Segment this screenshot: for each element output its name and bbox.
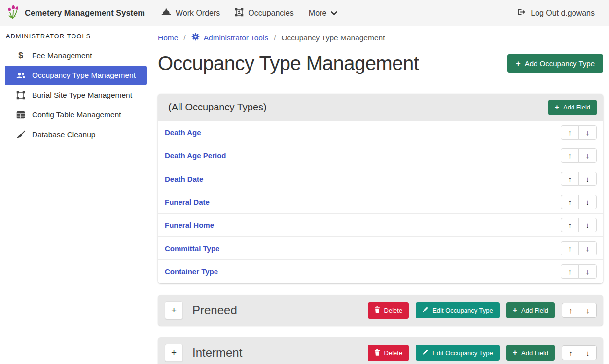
reorder-controls: ↑ ↓ [561, 125, 597, 140]
move-up-button[interactable]: ↑ [561, 125, 579, 140]
move-up-button[interactable]: ↑ [562, 345, 579, 360]
field-row: Funeral Home ↑ ↓ [158, 214, 603, 237]
trash-icon [374, 349, 380, 357]
move-down-button[interactable]: ↓ [578, 241, 597, 255]
all-occupancy-types-title: (All Occupancy Types) [168, 102, 267, 113]
reorder-controls: ↑ ↓ [561, 195, 597, 209]
add-occupancy-type-button[interactable]: + Add Occupancy Type [507, 54, 603, 73]
gear-icon [191, 33, 200, 43]
nav-occupancies[interactable]: Occupancies [227, 3, 301, 23]
plus-icon: + [555, 104, 559, 111]
field-link-funeral-date[interactable]: Funeral Date [165, 198, 210, 206]
field-row: Death Date ↑ ↓ [158, 167, 603, 190]
move-up-button[interactable]: ↑ [561, 195, 579, 209]
move-up-button[interactable]: ↑ [561, 264, 579, 279]
section-interment: + Interment Delete [158, 337, 603, 364]
move-down-button[interactable]: ↓ [578, 218, 597, 232]
main-content: Home / Administrator Tool [148, 26, 609, 364]
app-brand[interactable]: Cemetery Management System [7, 5, 145, 22]
logout-button[interactable]: Log Out d.gowans [509, 3, 602, 23]
move-up-button[interactable]: ↑ [561, 241, 579, 255]
page-title: Occupancy Type Management [158, 50, 419, 76]
nav-more[interactable]: More [301, 4, 345, 22]
field-link-death-age-period[interactable]: Death Age Period [165, 151, 226, 160]
field-link-death-age[interactable]: Death Age [165, 128, 201, 137]
tulip-logo-icon [7, 5, 20, 22]
add-field-button[interactable]: + Add Field [506, 302, 555, 318]
field-row: Funeral Date ↑ ↓ [158, 190, 603, 214]
move-down-button[interactable]: ↓ [579, 303, 597, 318]
delete-button[interactable]: Delete [368, 302, 409, 319]
delete-button[interactable]: Delete [368, 345, 409, 361]
plus-icon: + [513, 306, 517, 314]
reorder-controls: ↑ ↓ [561, 241, 597, 255]
sidebar-heading: ADMINISTRATOR TOOLS [5, 33, 147, 40]
pencil-icon [422, 306, 429, 314]
pencil-icon [422, 349, 429, 357]
field-link-death-date[interactable]: Death Date [165, 175, 203, 183]
sidebar-item-fee-management[interactable]: $ Fee Management [5, 46, 147, 66]
logout-label: Log Out d.gowans [531, 9, 595, 18]
sidebar-item-database-cleanup[interactable]: Database Cleanup [5, 125, 147, 145]
sidebar-item-config-table-management[interactable]: Config Table Management [5, 105, 147, 125]
move-down-button[interactable]: ↓ [578, 264, 597, 279]
logout-icon [517, 8, 526, 18]
move-down-button[interactable]: ↓ [578, 172, 597, 186]
sidebar-item-label: Database Cleanup [32, 130, 95, 139]
field-link-committal-type[interactable]: Committal Type [165, 244, 219, 253]
breadcrumb-admin-tools-label: Administrator Tools [204, 34, 269, 42]
move-up-button[interactable]: ↑ [562, 303, 579, 318]
all-occupancy-types-header: (All Occupancy Types) + Add Field [158, 94, 603, 121]
plus-icon: + [516, 60, 520, 68]
burial-site-frame-icon [16, 91, 26, 100]
dollar-icon: $ [16, 51, 26, 61]
occupancy-frame-icon [235, 8, 244, 19]
field-row: Death Age Period ↑ ↓ [158, 144, 603, 167]
field-row: Death Age ↑ ↓ [158, 121, 603, 144]
add-field-button[interactable]: + Add Field [506, 345, 555, 361]
plus-icon: + [513, 349, 517, 357]
section-preneed: + Preneed Delete [158, 295, 603, 326]
breadcrumb-home-link[interactable]: Home [158, 34, 178, 42]
top-navbar: Cemetery Management System Work Orders [0, 0, 609, 26]
field-link-funeral-home[interactable]: Funeral Home [165, 221, 214, 229]
sidebar: ADMINISTRATOR TOOLS $ Fee Management Occ… [0, 26, 148, 364]
field-row: Committal Type ↑ ↓ [158, 237, 603, 260]
move-down-button[interactable]: ↓ [578, 195, 597, 209]
field-row: Container Type ↑ ↓ [158, 260, 603, 283]
section-title: Interment [192, 346, 242, 360]
nav-occupancies-label: Occupancies [248, 9, 294, 18]
trash-icon [374, 306, 380, 315]
field-link-container-type[interactable]: Container Type [165, 267, 218, 276]
table-icon [16, 111, 26, 119]
reorder-controls: ↑ ↓ [561, 148, 597, 163]
move-down-button[interactable]: ↓ [579, 345, 597, 360]
hard-hat-icon [161, 8, 171, 18]
users-icon [16, 72, 26, 79]
move-up-button[interactable]: ↑ [561, 172, 579, 186]
move-up-button[interactable]: ↑ [561, 218, 579, 232]
breadcrumb-admin-tools-link[interactable]: Administrator Tools [191, 33, 269, 43]
edit-occupancy-type-button[interactable]: Edit Occupancy Type [416, 345, 500, 361]
move-down-button[interactable]: ↓ [578, 148, 597, 163]
navbar-menu: Work Orders Occupancies More [154, 3, 345, 23]
nav-work-orders[interactable]: Work Orders [154, 3, 227, 23]
sidebar-item-occupancy-type-management[interactable]: Occupancy Type Management [5, 66, 147, 85]
all-occupancy-types-card: (All Occupancy Types) + Add Field Death … [158, 94, 603, 283]
reorder-controls: ↑ ↓ [561, 264, 597, 279]
add-field-button[interactable]: + Add Field [548, 100, 597, 115]
reorder-controls: ↑ ↓ [562, 303, 597, 318]
move-down-button[interactable]: ↓ [578, 125, 597, 140]
breadcrumb: Home / Administrator Tool [158, 32, 603, 43]
reorder-controls: ↑ ↓ [562, 345, 597, 360]
expand-toggle-button[interactable]: + [165, 344, 183, 362]
breadcrumb-current: Occupancy Type Management [282, 34, 385, 42]
edit-occupancy-type-button[interactable]: Edit Occupancy Type [416, 302, 500, 318]
nav-more-label: More [309, 9, 326, 18]
sidebar-item-label: Fee Management [32, 51, 92, 60]
brand-title: Cemetery Management System [25, 8, 145, 18]
move-up-button[interactable]: ↑ [561, 148, 579, 163]
sidebar-item-burial-site-type-management[interactable]: Burial Site Type Management [5, 85, 147, 105]
expand-toggle-button[interactable]: + [165, 301, 183, 319]
reorder-controls: ↑ ↓ [561, 172, 597, 186]
